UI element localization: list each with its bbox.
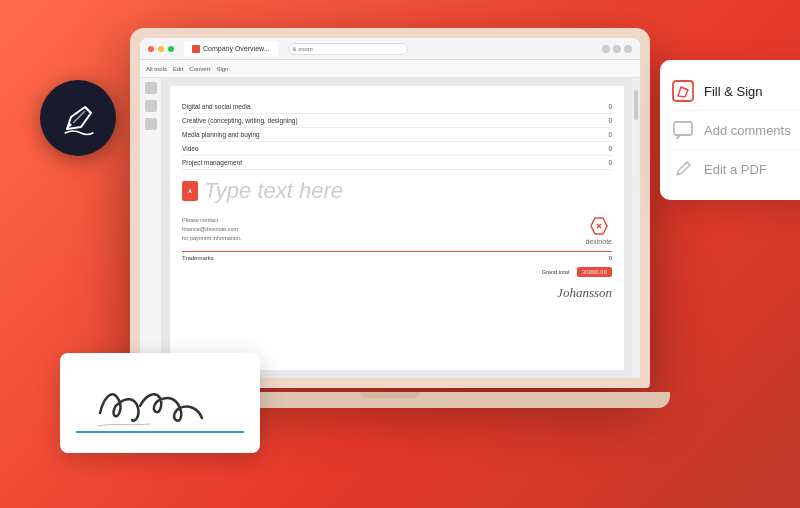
svg-rect-0 [673,81,693,101]
comment-icon [673,121,693,139]
laptop-screen: Company Overview... & zoom All tools Edi… [140,38,640,378]
contact-line-1: Please contact [182,216,241,225]
toolbar: All tools Edit Convert Sign [140,60,640,78]
row-value-2: 0 [592,131,612,138]
doc-page: Digital and social media 0 Creative (con… [170,86,624,370]
browser-dot-green[interactable] [168,46,174,52]
trademarks-label: Trademarks [182,255,592,261]
grand-total-area: Grand total 30000.00 [182,267,612,277]
edit-pdf-icon [672,158,694,180]
svg-rect-1 [674,122,692,135]
browser-tab[interactable]: Company Overview... [184,41,278,57]
laptop-body: Company Overview... & zoom All tools Edi… [130,28,650,388]
browser-bar: Company Overview... & zoom [140,38,640,60]
pdf-icon: A [182,181,198,201]
scrollbar-thumb [634,90,638,120]
logo-circle [40,80,116,156]
doc-signature-area: Johansson [182,281,612,301]
browser-icon-1 [602,45,610,53]
sidebar-icon-2[interactable] [145,100,157,112]
browser-icon-3 [624,45,632,53]
grand-total-label: Grand total [542,269,569,275]
tab-label: Company Overview... [203,45,270,52]
browser-icon-2 [613,45,621,53]
add-comments-label: Add comments [704,123,791,138]
table-row: Media planning and buying 0 [182,128,612,142]
grand-total-badge: 30000.00 [577,267,612,277]
laptop: Company Overview... & zoom All tools Edi… [130,28,650,408]
contact-line-2: finance@devinote.com [182,225,241,234]
row-label-1: Creative (concepting, writing, designing… [182,117,592,124]
popup-card: Fill & Sign Add comments Edit a PDF [660,60,800,200]
content-area: Digital and social media 0 Creative (con… [140,78,640,378]
dexinote-label: dexinote [586,238,612,245]
table-row: Video 0 [182,142,612,156]
sidebar-icon-1[interactable] [145,82,157,94]
row-label-3: Video [182,145,592,152]
scrollbar[interactable] [632,78,640,378]
table-row: Digital and social media 0 [182,100,612,114]
table-section: Digital and social media 0 Creative (con… [182,100,612,170]
table-row: Project management 0 [182,156,612,170]
signature-svg [80,368,240,438]
popup-item-fill-sign[interactable]: Fill & Sign [672,72,800,111]
row-value-0: 0 [592,103,612,110]
signature-line [76,431,244,433]
sidebar-icon-3[interactable] [145,118,157,130]
browser-icons [602,45,632,53]
doc-area: Digital and social media 0 Creative (con… [162,78,632,378]
contact-line-3: for payment information. [182,234,241,243]
popup-item-add-comments[interactable]: Add comments [672,111,800,150]
type-text-area[interactable]: A Type text here [182,178,612,204]
toolbar-all-tools[interactable]: All tools [146,66,167,72]
svg-line-2 [73,111,85,123]
edit-pdf-label: Edit a PDF [704,162,767,177]
toolbar-convert[interactable]: Convert [189,66,210,72]
row-value-1: 0 [592,117,612,124]
table-row: Creative (concepting, writing, designing… [182,114,612,128]
row-value-4: 0 [592,159,612,166]
laptop-notch [360,392,420,398]
fill-sign-icon [672,80,694,102]
doc-brand: dexinote [586,216,612,245]
row-label-2: Media planning and buying [182,131,592,138]
doc-lower: Please contact finance@devinote.com for … [182,216,612,245]
row-label-4: Project management [182,159,592,166]
popup-item-edit-pdf[interactable]: Edit a PDF [672,150,800,188]
trademarks-value: 0 [592,255,612,261]
contact-info: Please contact finance@devinote.com for … [182,216,241,245]
pencil-icon [674,160,692,178]
doc-signature: Johansson [557,285,612,301]
pdf-tab-icon [192,45,200,53]
fill-sign-label: Fill & Sign [704,84,763,99]
url-text: & zoom [293,46,313,52]
pen-icon [672,80,694,102]
row-value-3: 0 [592,145,612,152]
browser-dot-red[interactable] [148,46,154,52]
toolbar-sign[interactable]: Sign [216,66,228,72]
type-text-placeholder: Type text here [204,178,343,204]
url-bar[interactable]: & zoom [288,43,408,55]
row-label-0: Digital and social media [182,103,592,110]
dexinote-logo-icon [587,216,611,236]
logo-pen-icon [59,99,97,137]
sidebar [140,78,162,378]
browser-dot-yellow[interactable] [158,46,164,52]
toolbar-edit[interactable]: Edit [173,66,183,72]
signature-card [60,353,260,453]
trademarks-row: Trademarks 0 [182,251,612,261]
add-comments-icon [672,119,694,141]
